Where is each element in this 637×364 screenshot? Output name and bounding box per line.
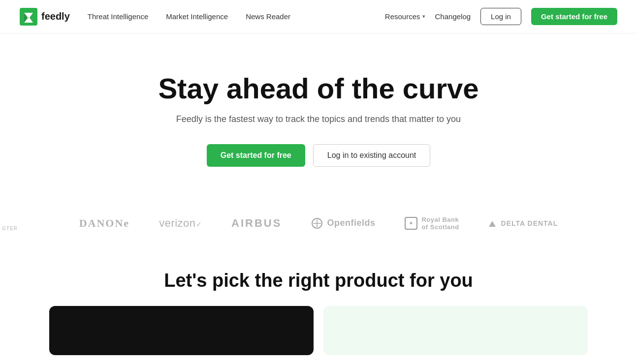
openfields-icon [311, 217, 323, 229]
rbs-logo: ✦ Royal Bankof Scotland [405, 216, 459, 231]
danone-logo: DANONe [79, 217, 129, 230]
changelog-link[interactable]: Changelog [435, 12, 471, 21]
openfields-logo: Openfields [311, 217, 375, 229]
get-started-nav-button[interactable]: Get started for free [531, 8, 617, 25]
chevron-down-icon: ▾ [422, 13, 425, 20]
login-button[interactable]: Log in [480, 8, 521, 25]
delta-icon [489, 221, 496, 227]
hero-headline: Stay ahead of the curve [20, 73, 617, 104]
logos-wrapper: GTER DANONe verizon✓ AIRBUS Openfields ✦… [0, 196, 637, 260]
delta-dental-logo: DELTA DENTAL [489, 219, 558, 227]
navbar: feedly Threat Intelligence Market Intell… [0, 0, 637, 33]
verizon-logo: verizon✓ [159, 217, 202, 230]
resources-label: Resources [385, 12, 420, 21]
nav-left: feedly Threat Intelligence Market Intell… [20, 8, 290, 26]
customer-logos: DANONe verizon✓ AIRBUS Openfields ✦ Roya… [0, 196, 637, 260]
get-started-hero-button[interactable]: Get started for free [207, 144, 305, 167]
logo-link[interactable]: feedly [20, 8, 70, 26]
feedly-logo-icon [20, 8, 37, 26]
pick-product-heading: Let's pick the right product for you [20, 270, 617, 291]
product-cards [20, 306, 617, 355]
hero-subtext: Feedly is the fastest way to track the t… [20, 114, 617, 124]
logo-text: feedly [41, 11, 70, 22]
cutoff-logo: GTER [0, 225, 18, 231]
hero-buttons: Get started for free Log in to existing … [20, 144, 617, 167]
light-product-card[interactable] [323, 306, 588, 355]
pick-product-section: Let's pick the right product for you [0, 260, 637, 364]
nav-news-reader[interactable]: News Reader [246, 12, 290, 21]
airbus-logo: AIRBUS [231, 217, 282, 230]
nav-threat-intelligence[interactable]: Threat Intelligence [88, 12, 148, 21]
nav-right: Resources ▾ Changelog Log in Get started… [385, 8, 617, 25]
nav-market-intelligence[interactable]: Market Intelligence [166, 12, 228, 21]
hero-section: Stay ahead of the curve Feedly is the fa… [0, 33, 637, 196]
resources-dropdown[interactable]: Resources ▾ [385, 12, 425, 21]
login-existing-button[interactable]: Log in to existing account [313, 144, 431, 167]
dark-product-card[interactable] [49, 306, 314, 355]
rbs-icon: ✦ [405, 217, 417, 230]
